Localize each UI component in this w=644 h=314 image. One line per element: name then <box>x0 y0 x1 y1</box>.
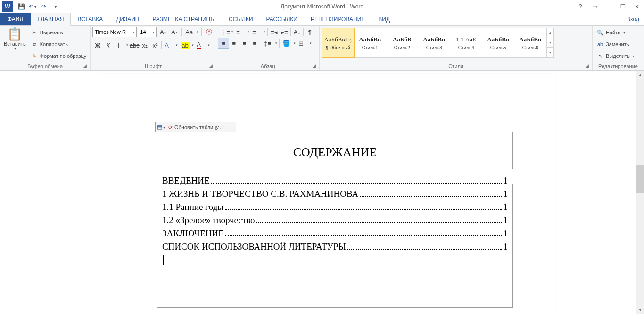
highlight-button[interactable]: ab▾ <box>179 40 195 50</box>
italic-button[interactable]: К <box>103 40 113 50</box>
ribbon-display-options-button[interactable]: ▭ <box>587 1 602 12</box>
bullets-button[interactable]: ⋮≡▾ <box>218 27 234 37</box>
paste-button[interactable]: 📋 Вставить ▾ <box>2 27 28 52</box>
replace-button[interactable]: abЗаменить <box>594 39 636 50</box>
toc-entry[interactable]: ЗАКЛЮЧЕНИЕ1 <box>162 228 508 239</box>
subscript-button[interactable]: x₂ <box>140 40 150 50</box>
align-right-button[interactable]: ≡ <box>239 38 249 48</box>
restore-button[interactable]: ❐ <box>616 1 630 12</box>
style-1[interactable]: АаБбВвСтиль1 <box>354 28 386 57</box>
toc-content[interactable]: СОДЕРЖАНИЕ ВВЕДЕНИЕ1 1 ЖИЗНЬ И ТВОРЧЕСТВ… <box>157 132 513 308</box>
toc-entry[interactable]: ВВЕДЕНИЕ1 <box>162 176 508 186</box>
clear-formatting-button[interactable]: Ⓐ <box>204 27 214 37</box>
page[interactable]: ▤▾ ⟳Обновить таблицу... СОДЕРЖАНИЕ ВВЕДЕ… <box>99 74 555 314</box>
format-painter-button[interactable]: ✎Формат по образцу <box>29 50 89 62</box>
highlighter-icon: ab <box>181 42 189 49</box>
style-5[interactable]: АаБбВвСтиль5 <box>482 28 514 57</box>
collapse-ribbon-button[interactable]: ˆ <box>640 64 641 69</box>
toc-entry[interactable]: 1.1 Ранние годы1 <box>162 202 508 212</box>
qat-customize-button[interactable]: ▾ <box>50 1 60 12</box>
gallery-scroll-up[interactable]: ▴ <box>547 28 553 38</box>
toc-menu-button[interactable]: ▤▾ <box>156 122 166 132</box>
indent-icon: ▸≡ <box>281 29 288 36</box>
bold-button[interactable]: Ж <box>92 40 103 50</box>
group-label-font: Шрифт <box>92 63 214 70</box>
document-area[interactable]: ▤▾ ⟳Обновить таблицу... СОДЕРЖАНИЕ ВВЕДЕ… <box>0 71 636 314</box>
borders-button[interactable]: ⊞▾ <box>297 38 313 48</box>
cut-button[interactable]: ✂Вырезать <box>29 27 89 38</box>
gallery-scroll-down[interactable]: ▾ <box>547 38 553 48</box>
style-normal[interactable]: АаБбВвГг,¶ Обычный <box>322 28 354 57</box>
scrollbar-down-button[interactable]: ▾ <box>636 306 644 314</box>
minimize-button[interactable]: — <box>602 1 616 12</box>
change-case-button[interactable]: Aa▾ <box>183 27 199 37</box>
line-spacing-button[interactable]: ‡≡▾ <box>262 38 278 48</box>
increase-indent-button[interactable]: ▸≡ <box>279 27 289 37</box>
font-family-dropdown[interactable]: Times New R▾ <box>92 27 137 37</box>
font-launcher[interactable]: ◢ <box>209 64 215 69</box>
toc-handle[interactable] <box>512 169 516 184</box>
group-label-styles: Стили <box>322 63 590 70</box>
tab-mailings[interactable]: РАССЫЛКИ <box>260 13 304 25</box>
toc-field[interactable]: ▤▾ ⟳Обновить таблицу... СОДЕРЖАНИЕ ВВЕДЕ… <box>157 121 513 308</box>
numbering-icon: ≡ <box>236 29 240 36</box>
close-button[interactable]: ✕ <box>630 1 644 12</box>
toc-entry[interactable]: 1.2 «Зрелое» творчество1 <box>162 215 508 225</box>
refresh-icon: ⟳ <box>168 124 173 130</box>
tab-file[interactable]: ФАЙЛ <box>0 13 31 25</box>
tab-page-layout[interactable]: РАЗМЕТКА СТРАНИЦЫ <box>146 13 223 25</box>
tab-insert[interactable]: ВСТАВКА <box>71 13 109 25</box>
decrease-indent-button[interactable]: ≡◂ <box>269 27 279 37</box>
toc-update-button[interactable]: ⟳Обновить таблицу... <box>166 124 224 130</box>
shrink-font-button[interactable]: A▾ <box>169 27 179 37</box>
multilevel-button[interactable]: ≡▾ <box>250 27 266 37</box>
scissors-icon: ✂ <box>31 30 38 36</box>
font-color-button[interactable]: A▾ <box>195 40 211 50</box>
paragraph-launcher[interactable]: ◢ <box>313 64 318 69</box>
toc-options-bar: ▤▾ ⟳Обновить таблицу... <box>155 122 236 132</box>
style-6[interactable]: АаБбВвСтиль6 <box>514 28 546 57</box>
justify-icon: ≡ <box>253 40 256 47</box>
tab-home[interactable]: ГЛАВНАЯ <box>31 13 71 26</box>
tab-references[interactable]: ССЫЛКИ <box>222 13 259 25</box>
style-4[interactable]: 1.1 АаЕСтиль4 <box>450 28 482 57</box>
align-center-button[interactable]: ≡ <box>229 38 239 48</box>
tab-design[interactable]: ДИЗАЙН <box>109 13 146 25</box>
style-3[interactable]: АаБбВвСтиль3 <box>418 28 450 57</box>
strikethrough-button[interactable]: abc <box>129 40 140 50</box>
copy-button[interactable]: ⧉Копировать <box>29 39 89 50</box>
binoculars-icon: 🔍 <box>596 30 604 36</box>
toc-entry[interactable]: 1 ЖИЗНЬ И ТВОРЧЕСТВО С.В. РАХМАНИНОВА1 <box>162 189 508 199</box>
align-left-button[interactable]: ≡ <box>218 38 229 48</box>
sort-button[interactable]: A↓ <box>292 27 302 37</box>
find-button[interactable]: 🔍Найти▾ <box>594 27 636 38</box>
scrollbar-up-button[interactable]: ▴ <box>636 71 644 79</box>
qat-undo-button[interactable]: ↶▾ <box>27 1 38 12</box>
superscript-button[interactable]: x² <box>150 40 160 50</box>
align-right-icon: ≡ <box>242 40 246 47</box>
style-2[interactable]: АаБбВСтиль2 <box>386 28 418 57</box>
gallery-expand[interactable]: ▾ <box>547 48 553 57</box>
qat-redo-button[interactable]: ↷ <box>39 1 49 12</box>
select-button[interactable]: ↖Выделить▾ <box>594 50 636 62</box>
text-cursor <box>163 255 164 265</box>
scrollbar-thumb[interactable] <box>636 165 644 193</box>
vertical-scrollbar[interactable]: ▴ ▾ <box>636 71 644 314</box>
sign-in-link[interactable]: Вход <box>627 16 639 23</box>
qat-save-button[interactable]: 💾 <box>16 1 26 12</box>
font-size-dropdown[interactable]: 14▾ <box>138 27 157 37</box>
show-marks-button[interactable]: ¶ <box>305 27 315 37</box>
quick-access-toolbar: 💾 ↶▾ ↷ ▾ <box>15 1 60 12</box>
tab-review[interactable]: РЕЦЕНЗИРОВАНИЕ <box>304 13 372 25</box>
shading-button[interactable]: 🪣▾ <box>281 38 297 48</box>
numbering-button[interactable]: ≡▾ <box>234 27 250 37</box>
underline-button[interactable]: Ч▾ <box>113 40 129 50</box>
styles-launcher[interactable]: ◢ <box>586 64 591 69</box>
tab-view[interactable]: ВИД <box>372 13 396 25</box>
justify-button[interactable]: ≡ <box>249 38 260 48</box>
grow-font-button[interactable]: A▴ <box>157 27 168 37</box>
toc-entry[interactable]: СПИСОК ИСПОЛЬЗОВАННОЙ ЛИТЕРАТУРЫ1 <box>162 242 508 252</box>
help-button[interactable]: ? <box>573 1 587 12</box>
clipboard-launcher[interactable]: ◢ <box>83 64 89 69</box>
text-effects-button[interactable]: A▾ <box>163 40 179 50</box>
